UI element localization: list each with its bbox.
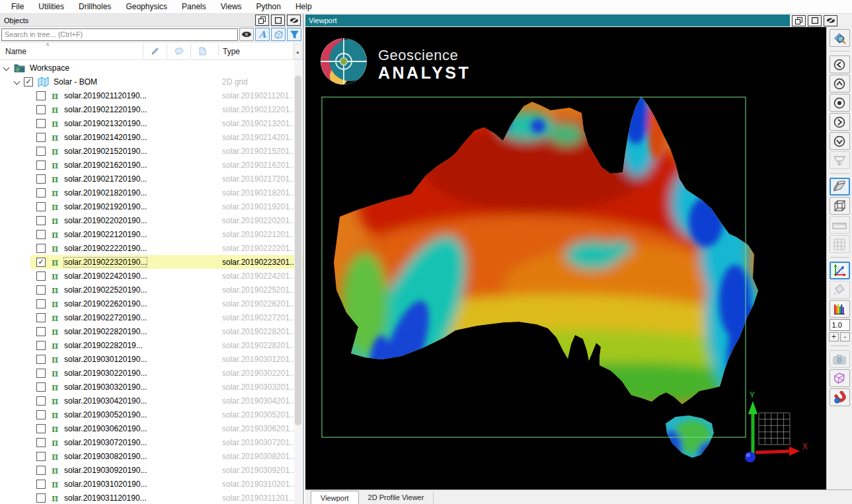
view-east-button[interactable] <box>830 113 850 131</box>
search-input[interactable] <box>1 28 238 41</box>
item-checkbox[interactable] <box>36 119 46 128</box>
tree-item-row[interactable]: πsolar.2019021220190...solar.20190212201… <box>0 102 303 116</box>
item-checkbox[interactable] <box>36 424 46 433</box>
hide-viewport-button[interactable] <box>824 15 837 26</box>
view-west-button[interactable] <box>830 55 850 73</box>
view-top-button[interactable] <box>830 75 850 92</box>
tab-viewport[interactable]: Viewport <box>311 491 359 504</box>
item-checkbox[interactable] <box>36 105 46 114</box>
menu-views[interactable]: Views <box>213 1 249 13</box>
item-checkbox[interactable] <box>36 396 46 406</box>
item-checkbox[interactable] <box>36 493 46 503</box>
item-checkbox[interactable] <box>36 174 46 184</box>
tree-item-row[interactable]: πsolar.2019031020190...solar.20190310201… <box>0 477 303 491</box>
item-checkbox[interactable] <box>36 91 46 100</box>
tree-scroll-up-button[interactable]: ▲ <box>293 44 302 59</box>
tree-item-row[interactable]: πsolar.2019030520190...solar.20190305201… <box>0 408 303 421</box>
menu-geophysics[interactable]: Geophysics <box>118 1 174 13</box>
menu-help[interactable]: Help <box>288 1 319 13</box>
tree-item-row[interactable]: πsolar.2019022620190...solar.20190226201… <box>0 297 303 310</box>
grid-button[interactable] <box>830 235 850 253</box>
item-checkbox[interactable] <box>36 341 46 350</box>
viewport-3d-scene[interactable]: Y X <box>305 27 826 489</box>
tree-item-row[interactable]: ✓πsolar.2019022320190...solar.2019022320… <box>0 255 303 269</box>
paint-bucket-button[interactable] <box>830 281 850 299</box>
camera-snapshot-button[interactable] <box>830 350 850 368</box>
tree-row-group[interactable]: ✓ Solar - BOM 2D grid <box>0 75 303 89</box>
axes-plot-button[interactable] <box>830 262 850 279</box>
visibility-toggle-button[interactable] <box>239 28 254 41</box>
tree-item-row[interactable]: πsolar.2019031120190...solar.20190311201… <box>0 491 303 504</box>
tree-item-row[interactable]: πsolar.2019022420190...solar.20190224201… <box>0 269 303 283</box>
tree-item-row[interactable]: πsolar.2019022120190...solar.20190221201… <box>0 227 303 241</box>
item-checkbox[interactable] <box>36 452 46 461</box>
item-checkbox[interactable] <box>36 147 46 156</box>
item-checkbox[interactable] <box>36 480 46 489</box>
item-checkbox[interactable] <box>36 271 46 281</box>
tree-item-row[interactable]: πsolar.2019030820190...solar.20190308201… <box>0 449 303 463</box>
item-checkbox[interactable] <box>36 230 46 239</box>
item-checkbox[interactable] <box>36 410 46 419</box>
tree-item-row[interactable]: πsolar.2019021520190...solar.20190215201… <box>0 144 303 158</box>
item-checkbox[interactable] <box>36 299 46 308</box>
ruler-button[interactable] <box>830 216 850 234</box>
item-checkbox[interactable] <box>36 133 46 142</box>
menu-panels[interactable]: Panels <box>174 1 213 13</box>
vertical-exaggeration-input[interactable] <box>830 319 850 331</box>
menu-python[interactable]: Python <box>249 1 288 13</box>
wireframe-view-button[interactable] <box>830 369 850 387</box>
item-checkbox[interactable] <box>36 466 46 475</box>
menu-utilities[interactable]: Utilities <box>31 1 71 13</box>
tree-item-row[interactable]: πsolar.2019030720190...solar.20190307201… <box>0 435 303 449</box>
column-name[interactable]: Name <box>5 47 26 56</box>
view-bottom-button[interactable] <box>830 132 850 150</box>
tree-item-row[interactable]: πsolar.2019022520190...solar.20190225201… <box>0 283 303 297</box>
column-comments[interactable] <box>167 44 190 59</box>
item-checkbox[interactable] <box>36 244 46 253</box>
column-type[interactable]: Type <box>218 44 240 56</box>
collapse-chevron-icon[interactable] <box>14 79 20 85</box>
float-viewport-button[interactable] <box>792 15 806 26</box>
group-checkbox[interactable]: ✓ <box>24 77 33 87</box>
tab-2d-profile-viewer[interactable]: 2D Profile Viewer <box>359 491 434 504</box>
column-edit[interactable] <box>143 44 167 59</box>
filter-tree-button[interactable] <box>287 28 301 41</box>
tree-item-row[interactable]: πsolar.201902282019...solar.20190228201.… <box>0 338 303 352</box>
tree-item-row[interactable]: πsolar.2019021420190...solar.20190214201… <box>0 130 303 144</box>
geometry-filter-button[interactable] <box>271 28 286 41</box>
maximize-viewport-button[interactable] <box>808 15 822 26</box>
menu-drillholes[interactable]: Drillholes <box>71 1 118 13</box>
tree-item-row[interactable]: πsolar.2019022820190...solar.20190228201… <box>0 324 303 338</box>
tree-item-row[interactable]: πsolar.2019030420190...solar.20190304201… <box>0 394 303 408</box>
view-center-button[interactable] <box>830 94 850 112</box>
item-checkbox[interactable] <box>36 313 46 322</box>
menu-file[interactable]: File <box>4 1 31 13</box>
tree-item-row[interactable]: πsolar.2019021920190...solar.20190219201… <box>0 199 303 213</box>
item-checkbox[interactable] <box>36 188 46 198</box>
box-3d-button[interactable] <box>830 178 850 196</box>
float-panel-button[interactable] <box>255 15 269 26</box>
tree-item-row[interactable]: πsolar.2019030620190...solar.20190306201… <box>0 421 303 435</box>
tree-item-row[interactable]: πsolar.2019030120190...solar.20190301201… <box>0 352 303 366</box>
snap-magnet-button[interactable] <box>830 388 850 406</box>
scale-increase-button[interactable]: + <box>829 332 839 342</box>
maximize-panel-button[interactable] <box>271 15 285 26</box>
tree-item-row[interactable]: πsolar.2019022720190...solar.20190227201… <box>0 310 303 324</box>
tree-scrollbar[interactable] <box>294 61 302 504</box>
tree-item-row[interactable]: πsolar.2019021320190...solar.20190213201… <box>0 116 303 130</box>
item-checkbox[interactable] <box>36 438 46 447</box>
item-checkbox[interactable] <box>36 369 46 378</box>
tree-item-row[interactable]: πsolar.2019030920190...solar.20190309201… <box>0 463 303 477</box>
box-wireframe-button[interactable] <box>830 197 850 215</box>
item-checkbox[interactable] <box>36 355 46 364</box>
tree-row-workspace[interactable]: Workspace <box>0 61 303 75</box>
tree-scrollbar-thumb[interactable] <box>295 75 301 425</box>
tree-item-row[interactable]: πsolar.2019021720190...solar.20190217201… <box>0 172 303 186</box>
tree-item-row[interactable]: πsolar.2019021820190...solar.20190218201… <box>0 186 303 199</box>
tree-item-row[interactable]: πsolar.2019030220190...solar.20190302201… <box>0 366 303 380</box>
column-notes[interactable] <box>190 44 214 59</box>
item-checkbox[interactable] <box>36 285 46 295</box>
label-filter-button[interactable]: A <box>255 28 270 41</box>
view-plane-button[interactable] <box>830 151 850 169</box>
tree-item-row[interactable]: πsolar.2019030320190...solar.20190303201… <box>0 380 303 394</box>
